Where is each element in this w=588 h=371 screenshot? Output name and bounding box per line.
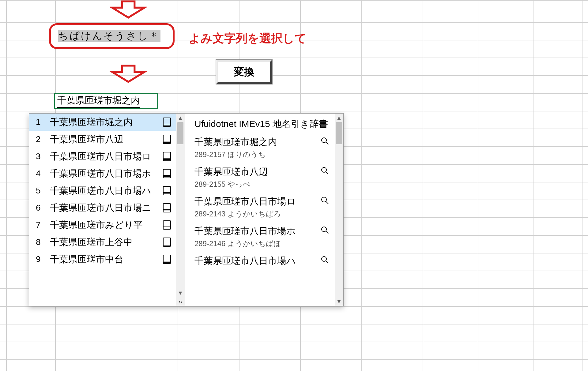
scroll-up-icon[interactable]: ▲ xyxy=(335,114,343,122)
dictionary-icon xyxy=(161,134,172,145)
candidate-item[interactable]: 5千葉県匝瑳市八日市場ハ xyxy=(29,182,176,199)
search-icon[interactable] xyxy=(321,137,329,148)
svg-line-28 xyxy=(326,142,328,144)
dictionary-icon xyxy=(161,219,172,230)
candidate-text: 千葉県匝瑳市中台 xyxy=(50,253,161,266)
scroll-track[interactable] xyxy=(176,122,185,289)
candidate-number: 9 xyxy=(36,254,50,264)
ime-candidate-panel: 1千葉県匝瑳市堀之内2千葉県匝瑳市八辺3千葉県匝瑳市八日市場ロ4千葉県匝瑳市八日… xyxy=(29,113,344,306)
dictionary-detail-pane: Ufuidotnet IMEv15 地名引き辞書千葉県匝瑳市堀之内289-215… xyxy=(185,114,343,306)
dictionary-icon xyxy=(161,117,172,128)
candidate-number: 8 xyxy=(36,237,50,247)
dictionary-icon xyxy=(161,202,172,213)
dictionary-entry-name: 千葉県匝瑳市八日市場ハ xyxy=(194,255,329,267)
search-icon[interactable] xyxy=(321,167,329,177)
candidate-number: 7 xyxy=(36,220,50,230)
dictionary-icon xyxy=(161,168,172,179)
dictionary-icon xyxy=(161,254,172,265)
candidate-item[interactable]: 1千葉県匝瑳市堀之内 xyxy=(29,114,176,131)
candidate-number: 2 xyxy=(36,134,50,144)
dictionary-title: Ufuidotnet IMEv15 地名引き辞書 xyxy=(194,118,329,130)
scroll-down-icon[interactable]: ▼ xyxy=(335,297,343,306)
scroll-up-icon[interactable]: ▲ xyxy=(176,114,185,122)
candidate-text: 千葉県匝瑳市八辺 xyxy=(50,133,161,146)
active-cell[interactable]: 千葉県匝瑳市堀之内 xyxy=(54,93,158,109)
scroll-thumb[interactable] xyxy=(336,122,342,144)
dictionary-entry-name: 千葉県匝瑳市八日市場ロ xyxy=(194,195,329,208)
candidate-text: 千葉県匝瑳市八日市場ロ xyxy=(50,150,161,163)
candidate-number: 5 xyxy=(36,186,50,196)
svg-line-34 xyxy=(326,231,328,234)
candidate-number: 4 xyxy=(36,169,50,178)
candidate-item[interactable]: 8千葉県匝瑳市上谷中 xyxy=(29,234,176,251)
ime-input-value: ちばけんそうさし＊ xyxy=(58,29,160,43)
input-callout-box: ちばけんそうさし＊ xyxy=(49,23,175,49)
candidate-number: 6 xyxy=(36,203,50,213)
scroll-thumb[interactable] xyxy=(177,122,183,144)
svg-point-27 xyxy=(322,138,326,143)
svg-point-35 xyxy=(322,257,326,261)
dictionary-entry-name: 千葉県匝瑳市八日市場ホ xyxy=(194,225,329,238)
candidate-item[interactable]: 9千葉県匝瑳市中台 xyxy=(29,251,176,268)
dictionary-icon xyxy=(161,185,172,196)
svg-point-29 xyxy=(322,167,326,172)
candidate-scrollbar[interactable]: ▲ ▼ » xyxy=(176,114,185,306)
candidate-item[interactable]: 2千葉県匝瑳市八辺 xyxy=(29,131,176,148)
dictionary-icon xyxy=(161,237,172,248)
dictionary-entry-sub: 289-2155 やっぺ xyxy=(194,179,329,189)
scroll-track[interactable] xyxy=(335,122,343,297)
candidate-item[interactable]: 6千葉県匝瑳市八日市場ニ xyxy=(29,199,176,216)
search-icon[interactable] xyxy=(321,256,329,266)
indicator-arrow-top xyxy=(110,0,147,19)
candidate-number: 3 xyxy=(36,152,50,161)
svg-line-36 xyxy=(326,261,328,263)
helper-text: よみ文字列を選択して xyxy=(189,31,307,46)
dictionary-entry-name: 千葉県匝瑳市八辺 xyxy=(194,166,329,178)
candidate-text: 千葉県匝瑳市上谷中 xyxy=(50,236,161,249)
dictionary-entry-sub: 289-2157 ほりのうち xyxy=(194,150,329,159)
detail-scrollbar[interactable]: ▲ ▼ xyxy=(335,114,343,306)
dictionary-entry-sub: 289-2143 ようかいちばろ xyxy=(194,209,329,219)
indicator-arrow-bottom xyxy=(110,64,147,83)
candidate-list: 1千葉県匝瑳市堀之内2千葉県匝瑳市八辺3千葉県匝瑳市八日市場ロ4千葉県匝瑳市八日… xyxy=(29,114,176,306)
expand-icon[interactable]: » xyxy=(176,297,185,306)
convert-button-label: 変換 xyxy=(234,65,254,79)
svg-line-30 xyxy=(326,172,328,174)
scroll-down-icon[interactable]: ▼ xyxy=(176,289,185,297)
svg-point-31 xyxy=(322,197,326,202)
dictionary-entry-sub: 289-2146 ようかいちばほ xyxy=(194,239,329,249)
dictionary-entry-name: 千葉県匝瑳市堀之内 xyxy=(194,136,329,148)
search-icon[interactable] xyxy=(321,226,329,237)
dictionary-entry[interactable]: 千葉県匝瑳市八日市場ホ289-2146 ようかいちばほ xyxy=(194,225,329,249)
candidate-item[interactable]: 7千葉県匝瑳市みどり平 xyxy=(29,216,176,234)
convert-button[interactable]: 変換 xyxy=(216,60,272,84)
candidate-number: 1 xyxy=(36,117,50,127)
candidate-text: 千葉県匝瑳市八日市場ホ xyxy=(50,167,161,180)
candidate-item[interactable]: 4千葉県匝瑳市八日市場ホ xyxy=(29,165,176,182)
candidate-item[interactable]: 3千葉県匝瑳市八日市場ロ xyxy=(29,148,176,165)
candidate-text: 千葉県匝瑳市八日市場ニ xyxy=(50,202,161,214)
active-cell-text: 千葉県匝瑳市堀之内 xyxy=(57,94,140,108)
dictionary-entry[interactable]: 千葉県匝瑳市堀之内289-2157 ほりのうち xyxy=(194,136,329,159)
ime-input-text[interactable]: ちばけんそうさし＊ xyxy=(58,30,160,42)
dictionary-icon xyxy=(161,151,172,162)
svg-point-33 xyxy=(322,227,326,232)
candidate-text: 千葉県匝瑳市堀之内 xyxy=(50,116,161,129)
candidate-text: 千葉県匝瑳市みどり平 xyxy=(50,219,161,231)
dictionary-entry[interactable]: 千葉県匝瑳市八辺289-2155 やっぺ xyxy=(194,166,329,189)
dictionary-entry[interactable]: 千葉県匝瑳市八日市場ハ xyxy=(194,255,329,267)
svg-line-32 xyxy=(326,201,328,204)
candidate-text: 千葉県匝瑳市八日市場ハ xyxy=(50,185,161,197)
search-icon[interactable] xyxy=(321,196,329,207)
dictionary-entry[interactable]: 千葉県匝瑳市八日市場ロ289-2143 ようかいちばろ xyxy=(194,195,329,219)
